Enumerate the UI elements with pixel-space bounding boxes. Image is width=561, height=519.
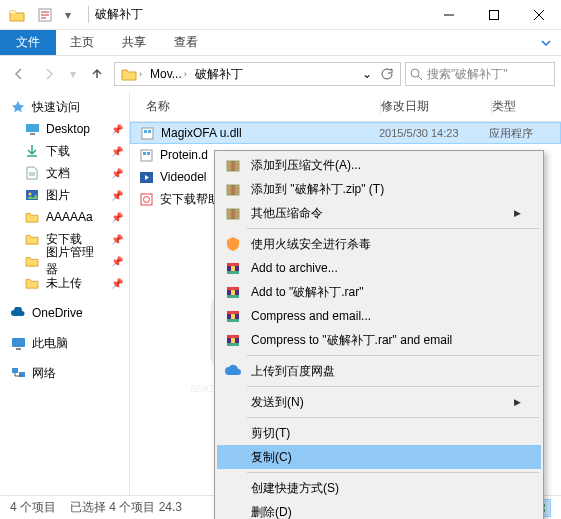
svg-rect-16 xyxy=(147,152,150,155)
svg-rect-31 xyxy=(227,209,239,219)
svg-rect-39 xyxy=(231,290,235,295)
context-menu-item[interactable]: 创建快捷方式(S) xyxy=(217,476,541,500)
menu-icon xyxy=(221,423,245,443)
file-row[interactable]: MagixOFA u.dll2015/5/30 14:23应用程序 xyxy=(130,122,561,144)
address-path[interactable]: › Mov... › 破解补丁 ⌄ xyxy=(114,62,401,86)
sidebar-item[interactable]: 下载📌 xyxy=(0,140,129,162)
context-menu-item[interactable]: Add to "破解补丁.rar" xyxy=(217,280,541,304)
context-menu-item[interactable]: 其他压缩命令▶ xyxy=(217,201,541,225)
context-menu-item[interactable]: 使用火绒安全进行杀毒 xyxy=(217,232,541,256)
svg-rect-35 xyxy=(231,266,235,271)
svg-rect-7 xyxy=(12,338,25,347)
svg-rect-15 xyxy=(143,152,146,155)
folder-icon xyxy=(24,275,40,291)
svg-point-6 xyxy=(29,193,32,196)
context-menu-item[interactable]: 添加到 "破解补丁.zip" (T) xyxy=(217,177,541,201)
close-button[interactable] xyxy=(516,0,561,30)
context-menu-item[interactable]: Compress and email... xyxy=(217,304,541,328)
refresh-button[interactable] xyxy=(376,67,398,81)
sidebar-item[interactable]: Desktop📌 xyxy=(0,118,129,140)
context-menu-item[interactable]: 添加到压缩文件(A)... xyxy=(217,153,541,177)
sidebar-quick-access[interactable]: 快速访问 xyxy=(0,96,129,118)
menu-label: 删除(D) xyxy=(251,504,521,520)
svg-rect-4 xyxy=(30,133,35,135)
menu-separator xyxy=(247,417,539,418)
folder-icon xyxy=(24,187,40,203)
pc-icon xyxy=(10,335,26,351)
menu-label: Compress and email... xyxy=(251,309,521,323)
menu-label: Add to "破解补丁.rar" xyxy=(251,284,521,301)
file-icon xyxy=(138,169,154,185)
menu-label: Add to archive... xyxy=(251,261,521,275)
svg-rect-37 xyxy=(227,287,239,290)
pin-icon: 📌 xyxy=(111,146,123,157)
star-icon xyxy=(10,99,26,115)
nav-recent-button[interactable]: ▾ xyxy=(66,61,80,87)
ribbon-tab-view[interactable]: 查看 xyxy=(160,30,212,55)
path-dropdown[interactable]: ⌄ xyxy=(358,63,376,85)
path-segment[interactable]: Mov... › xyxy=(146,63,191,85)
minimize-button[interactable] xyxy=(426,0,471,30)
context-menu-item[interactable]: 复制(C) xyxy=(217,445,541,469)
svg-rect-12 xyxy=(144,130,147,133)
column-name[interactable]: 名称 xyxy=(130,98,380,115)
menu-icon xyxy=(221,361,245,381)
column-type[interactable]: 类型 xyxy=(492,98,561,115)
qat-dropdown[interactable]: ▾ xyxy=(62,4,74,26)
ribbon-tab-share[interactable]: 共享 xyxy=(108,30,160,55)
nav-up-button[interactable] xyxy=(84,61,110,87)
menu-icon xyxy=(221,155,245,175)
menu-icon xyxy=(221,330,245,350)
maximize-button[interactable] xyxy=(471,0,516,30)
svg-rect-1 xyxy=(489,10,498,19)
sidebar-item[interactable]: 图片📌 xyxy=(0,184,129,206)
sidebar-network[interactable]: 网络 xyxy=(0,362,129,384)
sidebar-onedrive[interactable]: OneDrive xyxy=(0,302,129,324)
file-icon xyxy=(138,191,154,207)
svg-rect-42 xyxy=(227,319,239,322)
svg-rect-33 xyxy=(227,263,239,266)
nav-forward-button[interactable] xyxy=(36,61,62,87)
file-name: MagixOFA u.dll xyxy=(161,126,242,140)
folder-icon xyxy=(24,209,40,225)
pin-icon: 📌 xyxy=(111,124,123,135)
status-selected: 已选择 4 个项目 24.3 xyxy=(70,499,182,516)
sidebar-item[interactable]: AAAAAa📌 xyxy=(0,206,129,228)
sidebar-item[interactable]: 未上传📌 xyxy=(0,272,129,294)
context-menu-item[interactable]: 上传到百度网盘 xyxy=(217,359,541,383)
qat-properties[interactable] xyxy=(34,4,56,26)
menu-separator xyxy=(247,355,539,356)
search-input[interactable]: 搜索"破解补丁" xyxy=(405,62,555,86)
context-menu-item[interactable]: 删除(D) xyxy=(217,500,541,519)
sidebar-item[interactable]: 文档📌 xyxy=(0,162,129,184)
context-menu-item[interactable]: 发送到(N)▶ xyxy=(217,390,541,414)
context-menu-item[interactable]: Compress to "破解补丁.rar" and email xyxy=(217,328,541,352)
sidebar-item-label: 图片管理器 xyxy=(46,244,105,278)
svg-rect-30 xyxy=(227,185,239,195)
ribbon-file-tab[interactable]: 文件 xyxy=(0,30,56,55)
ribbon-expand-button[interactable] xyxy=(531,30,561,55)
sidebar-item-label: 下载 xyxy=(46,143,70,160)
ribbon-tab-home[interactable]: 主页 xyxy=(56,30,108,55)
menu-label: 其他压缩命令 xyxy=(251,205,514,222)
menu-separator xyxy=(247,472,539,473)
addressbar: ▾ › Mov... › 破解补丁 ⌄ 搜索"破解补丁" xyxy=(0,56,561,92)
menu-label: 使用火绒安全进行杀毒 xyxy=(251,236,521,253)
column-date[interactable]: 修改日期 xyxy=(381,98,491,115)
sidebar-item[interactable]: 图片管理器📌 xyxy=(0,250,129,272)
sidebar-thispc[interactable]: 此电脑 xyxy=(0,332,129,354)
nav-back-button[interactable] xyxy=(6,61,32,87)
menu-label: Compress to "破解补丁.rar" and email xyxy=(251,332,521,349)
svg-rect-18 xyxy=(141,194,152,205)
context-menu-item[interactable]: Add to archive... xyxy=(217,256,541,280)
menu-label: 剪切(T) xyxy=(251,425,521,442)
folder-icon xyxy=(6,4,28,26)
menu-icon xyxy=(221,502,245,519)
file-icon xyxy=(139,125,155,141)
file-icon xyxy=(138,147,154,163)
path-segment[interactable]: 破解补丁 xyxy=(191,63,247,85)
titlebar: ▾ 破解补丁 xyxy=(0,0,561,30)
menu-icon xyxy=(221,447,245,467)
context-menu-item[interactable]: 剪切(T) xyxy=(217,421,541,445)
svg-rect-13 xyxy=(148,130,151,133)
